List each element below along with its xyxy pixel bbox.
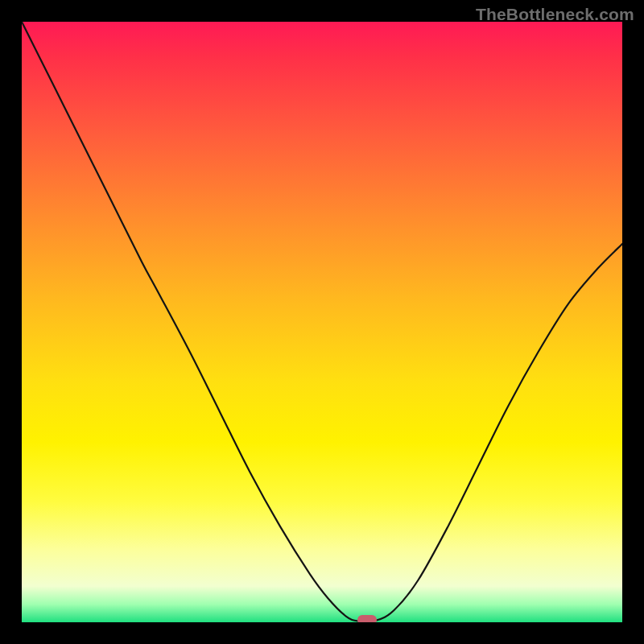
curve-svg: [22, 22, 622, 622]
optimal-marker: [357, 615, 377, 622]
bottleneck-curve: [22, 22, 622, 621]
chart-container: TheBottleneck.com: [0, 0, 644, 644]
plot-area: [22, 22, 622, 622]
